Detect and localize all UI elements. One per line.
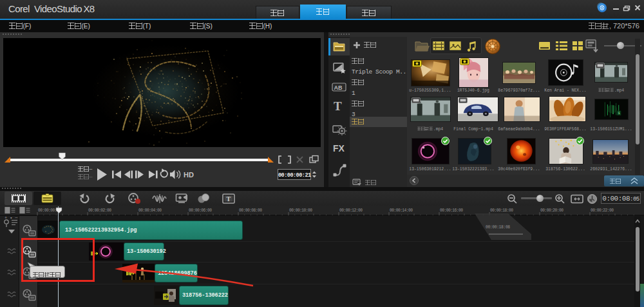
svg-text:AB: AB [334,84,343,91]
svg-text:00:00:14:00: 00:00:14:00 [390,208,413,213]
svg-text:00:00:20:00: 00:00:20:00 [540,208,564,213]
svg-text:00:00:18:08: 00:00:18:08 [486,225,510,230]
svg-text:HD: HD [184,171,194,179]
svg-text:00:00:22:00: 00:00:22:00 [591,208,614,213]
svg-text:00:00:02:00: 00:00:02:00 [88,208,111,213]
svg-text:T: T [227,195,231,203]
svg-text:00:00:10:00: 00:00:10:00 [289,208,312,213]
svg-text:00:00:12:00: 00:00:12:00 [339,208,363,213]
svg-text:00:00:16:00: 00:00:16:00 [440,208,463,213]
svg-text:00:00:06:00: 00:00:06:00 [189,208,212,213]
svg-text:00:00:08:00: 00:00:08:00 [239,208,262,213]
svg-text:00:00:18:00: 00:00:18:00 [490,208,513,213]
svg-text:1: 1 [618,112,620,115]
svg-text:00:00:04:00: 00:00:04:00 [138,208,162,213]
